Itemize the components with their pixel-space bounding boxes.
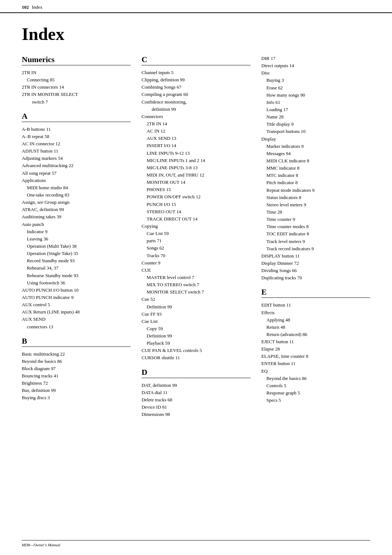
list-item: DIR 17 xyxy=(261,55,370,62)
list-item: Applying 48 xyxy=(261,316,370,324)
list-item: Repeat mode indicators 9 xyxy=(261,187,370,194)
list-item: AUX SEND 13 xyxy=(142,135,250,142)
list-item: Copying xyxy=(142,223,250,230)
list-item: Stereo level meters 9 xyxy=(261,201,370,208)
list-item: Cue List 59 xyxy=(142,230,250,237)
list-item: switch 7 xyxy=(22,98,131,106)
list-item: MTC indicator 8 xyxy=(261,172,370,179)
numerics-entries: 2TR IN Connecting 85 2TR IN connectors 1… xyxy=(22,69,131,106)
list-item: ENTER button 11 xyxy=(261,360,370,367)
list-item: Marker indicators 9 xyxy=(261,143,370,150)
list-item: CUE xyxy=(142,267,250,274)
list-item: DAT, definition 99 xyxy=(142,382,250,389)
list-item: STEREO OUT 14 xyxy=(142,208,250,215)
list-item: Display Dimmer 72 xyxy=(261,260,370,267)
list-item: Dividing Songs 66 xyxy=(261,267,370,274)
list-item: One-take recording 83 xyxy=(22,191,131,199)
list-item: MIC/LINE INPUTs 1 and 2 14 xyxy=(142,157,250,164)
list-item: Specs 5 xyxy=(261,397,370,404)
list-item: Songs 62 xyxy=(142,244,250,252)
list-item: Applications xyxy=(22,177,131,184)
d2-entries: DIR 17 Direct outputs 14 Disc Buying 3 E… xyxy=(261,55,370,281)
column-1: Numerics 2TR IN Connecting 85 2TR IN con… xyxy=(22,55,142,424)
list-item: Assign, see Group assign xyxy=(22,199,131,206)
list-item: Connectors xyxy=(142,113,250,120)
list-item: EDIT button 11 xyxy=(261,301,370,309)
list-item: ADJUST button 11 xyxy=(22,147,131,155)
section-e-header: E xyxy=(261,287,370,298)
list-item: Effects xyxy=(261,309,370,316)
list-item: Operation (Single Take) 35 xyxy=(22,250,131,257)
list-item: definition 99 xyxy=(142,106,250,113)
footer: MD8—Owner's Manual xyxy=(22,540,370,548)
list-item: Combining Songs 67 xyxy=(142,84,250,91)
list-item: AUTO PUNCH I/O button 10 xyxy=(22,287,131,294)
list-item: Device ID 81 xyxy=(142,404,250,411)
list-item: DATA dial 11 xyxy=(142,389,250,396)
list-item: Return (advanced) 86 xyxy=(261,331,370,338)
list-item: A-B buttons 11 xyxy=(22,126,131,133)
list-item: MIDI CLK indicator 8 xyxy=(261,157,370,165)
list-item: AUTO PUNCH indicator 9 xyxy=(22,294,131,301)
section-b-header: B xyxy=(22,336,131,347)
list-item: MIC/LINE INPUTs 3-8 13 xyxy=(142,164,250,171)
list-item: Controls 5 xyxy=(261,382,370,389)
list-item: TOC EDIT indicator 8 xyxy=(261,230,370,238)
list-item: Bouncing tracks 41 xyxy=(22,372,131,380)
list-item: AC IN 12 xyxy=(142,127,250,135)
list-item: MONITOR SELECT switch 7 xyxy=(142,288,250,296)
list-item: Transport buttons 10 xyxy=(261,128,370,135)
list-item: 2TR IN 14 xyxy=(142,120,250,127)
list-item: CURSOR shuttle 11 xyxy=(142,354,250,361)
list-item: connectors 13 xyxy=(22,323,131,331)
list-item: PUNCH I/O 15 xyxy=(142,201,250,208)
list-item: Direct outputs 14 xyxy=(261,62,370,69)
e-entries: EDIT button 11 Effects Applying 48 Retur… xyxy=(261,301,370,404)
list-item: Counter 9 xyxy=(142,259,250,267)
list-item: Basic multitracking 22 xyxy=(22,351,131,358)
list-item: Adjusting markers 54 xyxy=(22,155,131,162)
c-entries: Channel inputs 5 Clipping, definition 99… xyxy=(142,69,250,362)
list-item: ATRAC, definition 99 xyxy=(22,206,131,213)
list-item: Cue FF 93 xyxy=(142,311,250,318)
section-c-header: C xyxy=(142,55,250,65)
list-item: Status indicators 8 xyxy=(261,194,370,201)
list-item: Track record indicators 9 xyxy=(261,245,370,252)
list-item: Info 61 xyxy=(261,99,370,106)
list-item: Dimensions 98 xyxy=(142,411,250,418)
list-item: Leaving 36 xyxy=(22,235,131,243)
list-item: ELAPSE, time counter 8 xyxy=(261,353,370,360)
list-item: TRACK DIRECT OUT 14 xyxy=(142,215,250,223)
list-item: Loading 17 xyxy=(261,106,370,113)
list-item: Tracks 70 xyxy=(142,252,250,259)
columns-container: Numerics 2TR IN Connecting 85 2TR IN con… xyxy=(22,55,370,424)
list-item: Delete tracks 68 xyxy=(142,396,250,404)
page: 102 Index Index Numerics 2TR IN Connecti… xyxy=(0,0,392,555)
header-page-num: 102 xyxy=(22,4,29,10)
list-item: Track level meters 9 xyxy=(261,238,370,245)
list-item: Copy 59 xyxy=(142,325,250,332)
list-item: Messages 94 xyxy=(261,150,370,157)
list-item: Confidence monitoring, xyxy=(142,98,250,106)
list-item: 2TR IN MONITOR SELECT xyxy=(22,91,131,98)
list-item: Record Standby mode 93 xyxy=(22,257,131,264)
list-item: parts 71 xyxy=(142,237,250,244)
header: 102 Index xyxy=(0,0,392,13)
list-item: INSERT I/O 14 xyxy=(142,142,250,149)
list-item: Block diagram 97 xyxy=(22,365,131,372)
list-item: Beyond the basics 86 xyxy=(22,358,131,365)
list-item: Definition 99 xyxy=(142,303,250,311)
list-item: DISPLAY button 11 xyxy=(261,252,370,260)
list-item: Erase 62 xyxy=(261,84,370,92)
list-item: Name 28 xyxy=(261,113,370,121)
list-item: EJECT button 11 xyxy=(261,338,370,345)
list-item: Bus, definition 99 xyxy=(22,387,131,394)
list-item: AUX Return (LINE inputs) 48 xyxy=(22,308,131,316)
header-title: Index xyxy=(32,4,43,10)
list-item: 2TR IN xyxy=(22,69,131,76)
list-item: Connecting 85 xyxy=(22,76,131,84)
footer-text: MD8—Owner's Manual xyxy=(22,543,60,547)
list-item: AUX control 5 xyxy=(22,301,131,308)
column-2: C Channel inputs 5 Clipping, definition … xyxy=(142,55,261,424)
list-item: Brightness 72 xyxy=(22,380,131,387)
